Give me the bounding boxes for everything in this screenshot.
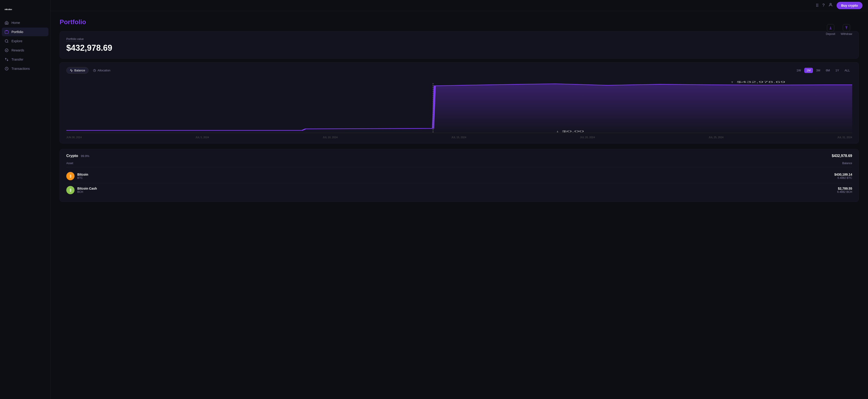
withdraw-button[interactable]: Withdraw xyxy=(841,24,852,36)
tab-allocation[interactable]: Allocation xyxy=(89,67,114,74)
sidebar-item-home[interactable]: Home xyxy=(2,18,49,27)
time-btn-1w[interactable]: 1W xyxy=(794,68,803,73)
page-title: Portfolio xyxy=(60,18,859,26)
col-asset: Asset xyxy=(66,162,73,165)
home-icon xyxy=(5,21,9,25)
tab-allocation-label: Allocation xyxy=(97,69,110,72)
asset-balance-btc: $430,189.14 6.4882 BTC xyxy=(834,173,852,179)
explore-icon xyxy=(5,39,9,43)
portfolio-value-amount: $432,978.69 xyxy=(66,43,852,53)
deposit-icon xyxy=(827,24,834,31)
deposit-label: Deposit xyxy=(826,32,835,36)
portfolio-value-card: Deposit Withdraw Portfolio value $432,97… xyxy=(60,31,859,59)
sidebar-item-label: Transactions xyxy=(11,67,30,70)
portfolio-value-label: Portfolio value xyxy=(66,37,84,41)
chart-date-3: JUL 15, 2024 xyxy=(452,136,466,139)
svg-text:kraken: kraken xyxy=(6,8,12,10)
topbar: ⠿ ? Buy crypto xyxy=(51,0,868,11)
asset-icon-btc: ₿ xyxy=(66,172,74,180)
chart-date-4: JUL 20, 2024 xyxy=(580,136,595,139)
sidebar-item-transfer[interactable]: Transfer xyxy=(2,55,49,64)
sidebar-item-portfolio[interactable]: Portfolio xyxy=(2,28,49,36)
chart-date-1: JUL 5, 2024 xyxy=(195,136,209,139)
svg-text:m: m xyxy=(5,8,6,10)
chart-date-0: JUN 30, 2024 xyxy=(66,136,82,139)
svg-point-3 xyxy=(5,39,8,42)
transactions-icon xyxy=(5,66,9,71)
profile-icon[interactable] xyxy=(828,2,833,8)
asset-usd-btc: $430,189.14 xyxy=(834,173,852,176)
assets-total: $432,978.69 xyxy=(832,154,852,158)
rewards-icon xyxy=(5,48,9,52)
col-balance: Balance xyxy=(842,162,852,165)
chart-container: ↑ $432,978.69 ↓ $0.00 JUN 30, 2024 JUL 5… xyxy=(66,78,852,139)
asset-name-bch: Bitcoin Cash xyxy=(77,187,97,190)
sidebar-item-label: Explore xyxy=(11,39,22,43)
sidebar: m kraken Home Portfolio xyxy=(0,0,51,399)
deposit-button[interactable]: Deposit xyxy=(826,24,835,36)
sidebar-item-explore[interactable]: Explore xyxy=(2,37,49,46)
chart-card: Balance Allocation 1W 1M 3M 6M 1Y ALL xyxy=(60,62,859,143)
portfolio-actions: Deposit Withdraw xyxy=(826,24,852,36)
withdraw-icon xyxy=(843,24,850,31)
asset-crypto-bch: 6.4882 BCH xyxy=(837,190,852,194)
asset-symbol-bch: BCH xyxy=(77,190,97,194)
sidebar-nav: Home Portfolio Explore xyxy=(0,18,50,73)
chart-dates: JUN 30, 2024 JUL 5, 2024 JUL 10, 2024 JU… xyxy=(66,134,852,139)
sidebar-item-label: Home xyxy=(11,21,20,25)
asset-icon-bch: ₿ xyxy=(66,186,74,194)
svg-point-6 xyxy=(830,3,832,5)
help-icon[interactable]: ? xyxy=(823,3,825,8)
withdraw-label: Withdraw xyxy=(841,32,852,36)
sidebar-item-transactions[interactable]: Transactions xyxy=(2,64,49,73)
main-content: Portfolio Deposit Withdraw Po xyxy=(51,11,868,399)
sidebar-item-label: Rewards xyxy=(11,49,24,52)
chart-tab-group: Balance Allocation xyxy=(66,67,114,74)
apps-icon[interactable]: ⠿ xyxy=(816,3,819,8)
asset-left-bch: ₿ Bitcoin Cash BCH xyxy=(66,186,97,194)
svg-text:↑ $432,978.69: ↑ $432,978.69 xyxy=(730,81,785,83)
assets-title-group: Crypto 99.9% xyxy=(66,154,89,158)
transfer-icon xyxy=(5,57,9,61)
time-btn-1m[interactable]: 1M xyxy=(804,68,813,73)
time-btn-3m[interactable]: 3M xyxy=(814,68,823,73)
svg-text:↓ $0.00: ↓ $0.00 xyxy=(555,130,584,133)
svg-rect-2 xyxy=(5,31,8,33)
asset-usd-bch: $2,789.55 xyxy=(837,187,852,190)
balance-chart: ↑ $432,978.69 ↓ $0.00 xyxy=(66,78,852,133)
time-btn-6m[interactable]: 6M xyxy=(824,68,832,73)
buy-crypto-button[interactable]: Buy crypto xyxy=(837,2,863,9)
sidebar-item-rewards[interactable]: Rewards xyxy=(2,46,49,55)
assets-section: Crypto 99.9% $432,978.69 Asset Balance ₿… xyxy=(60,149,859,202)
assets-percentage: 99.9% xyxy=(81,154,89,158)
portfolio-icon xyxy=(5,30,9,34)
assets-col-headers: Asset Balance xyxy=(66,162,852,167)
chart-controls: Balance Allocation 1W 1M 3M 6M 1Y ALL xyxy=(66,67,852,74)
asset-name-btc: Bitcoin xyxy=(77,173,88,176)
asset-row-btc[interactable]: ₿ Bitcoin BTC $430,189.14 6.4882 BTC xyxy=(66,169,852,183)
tab-balance[interactable]: Balance xyxy=(66,67,89,74)
asset-left-btc: ₿ Bitcoin BTC xyxy=(66,172,88,180)
asset-info-bch: Bitcoin Cash BCH xyxy=(77,187,97,194)
time-range-group: 1W 1M 3M 6M 1Y ALL xyxy=(794,68,852,73)
time-btn-all[interactable]: ALL xyxy=(842,68,852,73)
asset-crypto-btc: 6.4882 BTC xyxy=(834,176,852,179)
chart-date-5: JUL 25, 2024 xyxy=(709,136,723,139)
chart-date-6: JUL 31, 2024 xyxy=(837,136,852,139)
asset-row-bch[interactable]: ₿ Bitcoin Cash BCH $2,789.55 6.4882 BCH xyxy=(66,183,852,197)
logo: m kraken xyxy=(0,4,50,18)
chart-date-2: JUL 10, 2024 xyxy=(323,136,338,139)
sidebar-item-label: Transfer xyxy=(11,58,23,61)
sidebar-item-label: Portfolio xyxy=(11,30,23,34)
tab-balance-label: Balance xyxy=(74,69,85,72)
time-btn-1y[interactable]: 1Y xyxy=(833,68,841,73)
asset-info-btc: Bitcoin BTC xyxy=(77,173,88,179)
asset-symbol-btc: BTC xyxy=(77,176,88,179)
asset-balance-bch: $2,789.55 6.4882 BCH xyxy=(837,187,852,194)
assets-header: Crypto 99.9% $432,978.69 xyxy=(66,154,852,158)
assets-title: Crypto xyxy=(66,154,78,158)
